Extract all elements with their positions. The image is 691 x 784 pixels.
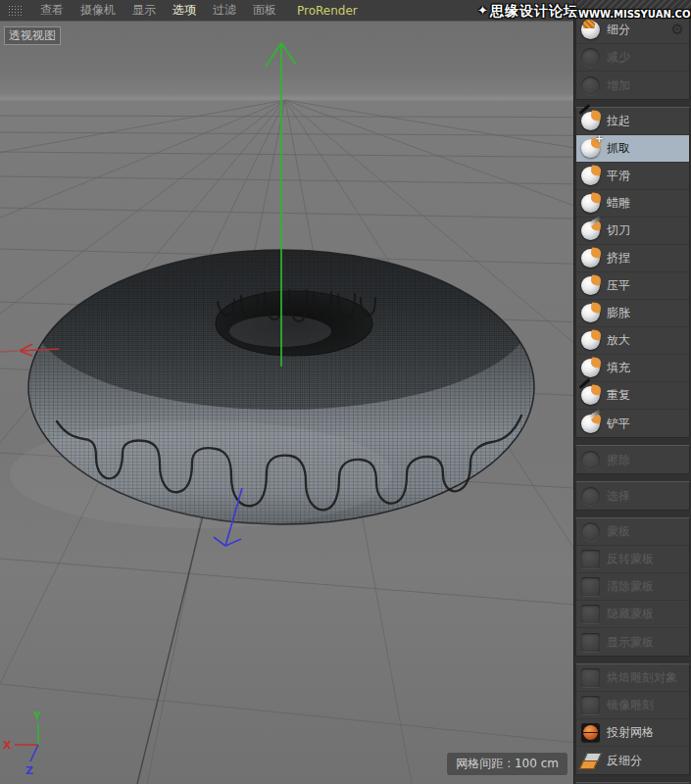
tool-label: 反细分 — [607, 753, 642, 769]
grid-spacing-label: 网格间距 : 100 cm — [447, 753, 568, 775]
scrape-icon — [581, 415, 600, 433]
tool-grab[interactable]: 抓取 — [576, 135, 689, 163]
gizmo-y-label: Y — [32, 710, 42, 722]
gizmo-x-label: X — [3, 739, 12, 752]
sculpt-toolbar: 细分 ⚙ 减少 增加 拉起 抓取 平滑 — [573, 0, 691, 784]
viewport-canvas: Y X Z — [0, 22, 573, 784]
axis-gizmo: Y X Z — [3, 710, 42, 777]
erase-group: 擦除 — [575, 445, 690, 474]
tool-label: 擦除 — [607, 452, 630, 468]
tool-scrape[interactable]: 铲平 — [576, 410, 689, 437]
tool-label: 增加 — [607, 77, 630, 94]
increase-icon — [581, 76, 600, 95]
tool-label: 重复 — [607, 387, 630, 404]
flatten-icon — [581, 276, 600, 295]
tool-label: 蜡雕 — [607, 195, 630, 212]
tool-select[interactable]: 选择 — [576, 482, 689, 510]
tool-label: 切刀 — [607, 222, 630, 239]
tool-label: 压平 — [607, 277, 630, 294]
mesh-ops-group: 烘焙雕刻对象 镜像雕刻 投射网格 反细分 — [575, 663, 690, 775]
grab-icon — [581, 139, 600, 158]
tool-amplify[interactable]: 放大 — [576, 327, 689, 355]
tool-increase[interactable]: 增加 — [576, 72, 689, 99]
subdivide-icon — [581, 21, 600, 39]
tool-mask[interactable]: 蒙板 — [576, 518, 689, 546]
tool-label: 挤捏 — [607, 250, 630, 267]
menu-item-view[interactable]: 查看 — [40, 2, 64, 19]
pinch-icon — [581, 249, 600, 268]
menu-item-panel[interactable]: 面板 — [253, 2, 276, 19]
fill-icon — [581, 359, 600, 377]
tool-label: 放大 — [607, 332, 630, 349]
repeat-icon — [581, 386, 600, 405]
tool-fill[interactable]: 填充 — [576, 355, 689, 382]
select-icon — [581, 487, 600, 506]
tool-hide-mask[interactable]: 隐藏蒙板 — [576, 601, 689, 628]
tool-label: 膨胀 — [607, 305, 630, 321]
tool-label: 抓取 — [607, 140, 630, 157]
hide-mask-icon — [581, 605, 600, 623]
gear-icon[interactable]: ⚙ — [671, 23, 684, 37]
invert-mask-icon — [581, 550, 600, 568]
menu-item-camera[interactable]: 摄像机 — [80, 2, 116, 19]
clear-mask-icon — [581, 577, 600, 596]
tool-clear-mask[interactable]: 清除蒙板 — [576, 573, 689, 601]
tool-label: 显示蒙板 — [607, 634, 654, 651]
unsubdivide-icon — [581, 752, 600, 770]
tool-label: 烘焙雕刻对象 — [607, 669, 677, 686]
wax-icon — [581, 194, 600, 213]
menu-item-options[interactable]: 选项 — [173, 2, 196, 19]
tool-knife[interactable]: 切刀 — [576, 218, 689, 245]
tool-label: 平滑 — [607, 168, 630, 184]
tool-erase[interactable]: 擦除 — [576, 446, 689, 473]
tool-label: 细分 — [607, 22, 630, 38]
viewport[interactable]: Y X Z 透视视图 网格间距 : 100 cm — [0, 22, 573, 784]
tool-mirror-sculpt[interactable]: 镜像雕刻 — [576, 692, 689, 719]
mask-group: 蒙板 反转蒙板 清除蒙板 隐藏蒙板 显示蒙板 — [575, 517, 690, 657]
erase-icon — [581, 451, 600, 469]
tool-flatten[interactable]: 压平 — [576, 272, 689, 300]
amplify-icon — [581, 331, 600, 350]
tool-label: 蒙板 — [607, 523, 630, 540]
tool-label: 填充 — [607, 360, 630, 376]
tool-label: 选择 — [607, 488, 630, 505]
tool-label: 镜像雕刻 — [607, 697, 654, 713]
tool-show-mask[interactable]: 显示蒙板 — [576, 628, 689, 656]
tool-smooth[interactable]: 平滑 — [576, 163, 689, 190]
tool-label: 清除蒙板 — [607, 578, 654, 595]
mask-icon — [581, 522, 600, 541]
tool-project-mesh[interactable]: 投射网格 — [576, 719, 689, 747]
select-group: 选择 — [575, 481, 690, 511]
menu-item-filter[interactable]: 过滤 — [213, 2, 236, 19]
tool-label: 隐藏蒙板 — [607, 606, 654, 622]
pull-icon — [581, 112, 600, 130]
view-label[interactable]: 透视视图 — [4, 26, 61, 45]
subdivision-group: 细分 ⚙ 减少 增加 — [575, 16, 690, 100]
menu-item-display[interactable]: 显示 — [132, 2, 156, 19]
tool-label: 拉起 — [607, 113, 630, 129]
grip-icon[interactable] — [8, 5, 24, 17]
tool-label: 反转蒙板 — [607, 551, 654, 567]
tool-wax[interactable]: 蜡雕 — [576, 190, 689, 218]
tool-unsubdivide[interactable]: 反细分 — [576, 747, 689, 774]
tool-pinch[interactable]: 挤捏 — [576, 245, 689, 272]
tool-label: 投射网格 — [607, 724, 654, 741]
donut-model[interactable] — [10, 250, 534, 528]
tool-inflate[interactable]: 膨胀 — [576, 300, 689, 327]
tool-invert-mask[interactable]: 反转蒙板 — [576, 546, 689, 573]
tool-label: 铲平 — [607, 416, 630, 432]
tool-decrease[interactable]: 减少 — [576, 44, 689, 72]
tool-pull[interactable]: 拉起 — [576, 108, 689, 135]
bake-sculpt-object-icon — [581, 668, 600, 687]
gizmo-z-label: Z — [25, 764, 33, 777]
mirror-sculpt-icon — [581, 696, 600, 714]
app-window: 查看 摄像机 显示 选项 过滤 面板 ProRender — [0, 0, 691, 784]
tool-repeat[interactable]: 重复 — [576, 382, 689, 410]
palette-drag-handle[interactable] — [574, 0, 691, 14]
tool-subdivide[interactable]: 细分 ⚙ — [576, 17, 689, 44]
project-mesh-icon — [581, 723, 600, 742]
knife-icon — [581, 221, 600, 240]
decrease-icon — [581, 48, 600, 67]
tool-bake-sculpt-object[interactable]: 烘焙雕刻对象 — [576, 664, 689, 692]
menu-item-prorender[interactable]: ProRender — [297, 4, 358, 18]
